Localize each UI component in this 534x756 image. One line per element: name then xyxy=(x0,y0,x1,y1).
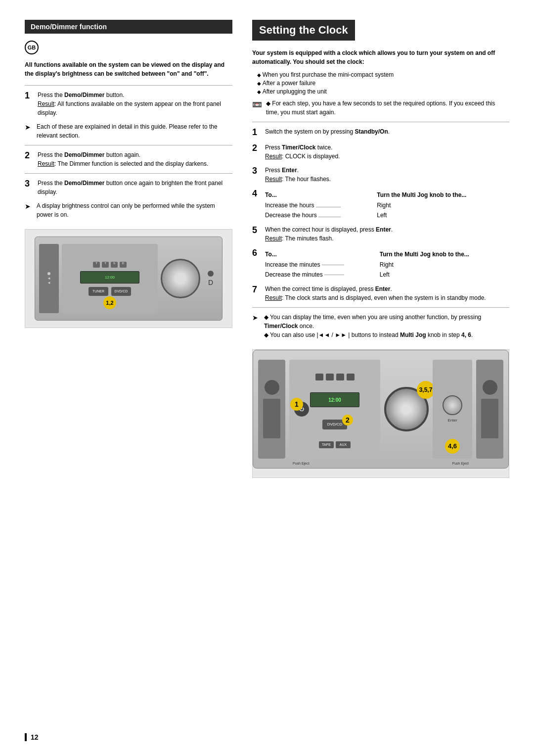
divider-2 xyxy=(25,145,232,145)
right-arrow-note-1-text: ◆ You can display the time, even when yo… xyxy=(264,313,509,339)
right-step-2: 2 Press Timer/Clock twice. Result: CLOCK… xyxy=(252,143,509,161)
step-4-direction-1: Right xyxy=(377,200,509,210)
right-step-3: 3 Press Enter. Result: The hour flashes. xyxy=(252,166,509,184)
right-column: Setting the Clock Your system is equippe… xyxy=(252,20,509,478)
step-2-number: 2 xyxy=(25,150,34,161)
step-2-bold: Demo/Dimmer xyxy=(64,151,104,158)
badge-46: 4,6 xyxy=(445,439,460,454)
bullet-3-text: After unplugging the unit xyxy=(263,88,327,95)
standby-on-bold: Standby/On xyxy=(355,128,388,135)
right-step-6: 6 To... Turn the Multi Jog knob to the..… xyxy=(252,248,509,280)
right-step-2-result-label: Result xyxy=(265,153,282,160)
push-eject-left: Push Eject xyxy=(293,462,309,465)
step-3-number: 3 xyxy=(25,179,34,189)
right-section-header-wrapper: Setting the Clock xyxy=(252,20,355,48)
right-section-header: Setting the Clock xyxy=(252,20,355,41)
right-intro: Your system is equipped with a clock whi… xyxy=(252,48,509,66)
bullet-1: When you first purchase the mini-compact… xyxy=(257,71,509,78)
step-4-row-1: Increase the hours Right xyxy=(265,200,509,210)
left-intro-text: All functions available on the system ca… xyxy=(25,60,232,78)
left-header-text: Demo/Dimmer function xyxy=(31,23,107,31)
right-step-3-content: Press Enter. Result: The hour flashes. xyxy=(265,166,509,184)
right-header-text: Setting the Clock xyxy=(259,24,348,36)
step-6-action-1: Increase the minutes xyxy=(265,260,380,270)
step-1-result-label: Result xyxy=(38,100,54,107)
step-6-table: To... Turn the Multi Jog knob to the... … xyxy=(265,250,509,280)
step-4-action-1: Increase the hours xyxy=(265,200,377,210)
arrow-note-1-text: Each of these are explained in detail in… xyxy=(37,122,232,140)
arrow-note-1: ➤ Each of these are explained in detail … xyxy=(25,122,232,140)
device-image-left: ◄◄ T T S D 12:00 xyxy=(25,229,232,328)
step-3-bold: Demo/Dimmer xyxy=(64,180,104,187)
step-6-col2-header: Turn the Multi Jog knob to the... xyxy=(380,250,509,260)
right-step-7: 7 When the correct time is displayed, pr… xyxy=(252,284,509,302)
right-step-7-content: When the correct time is displayed, pres… xyxy=(265,284,509,302)
right-step-2-number: 2 xyxy=(252,143,261,154)
right-step-2-result: Result: CLOCK is displayed. xyxy=(265,152,509,161)
note-box: 📼 ◆ For each step, you have a few second… xyxy=(252,99,509,117)
right-step-7-number: 7 xyxy=(252,284,261,295)
left-intro-content: All functions available on the system ca… xyxy=(25,61,224,77)
timer-clock-bold: Timer/Clock xyxy=(282,144,315,151)
right-step-7-result-label: Result xyxy=(265,294,282,301)
right-step-2-content: Press Timer/Clock twice. Result: CLOCK i… xyxy=(265,143,509,161)
right-arrow-symbol-1: ➤ xyxy=(252,313,260,323)
step-2-content: Press the Demo/Dimmer button again. Resu… xyxy=(38,150,232,168)
right-step-6-number: 6 xyxy=(252,248,261,259)
step-4-action-2: Decrease the hours xyxy=(265,210,377,220)
step-2-result: Result: The Dimmer function is selected … xyxy=(38,159,232,168)
right-step-4: 4 To... Turn the Multi Jog knob to the..… xyxy=(252,189,509,220)
step-4-row-2: Decrease the hours Left xyxy=(265,210,509,220)
step-4-col1-header: To... xyxy=(265,190,377,200)
right-step-1-content: Switch the system on by pressing Standby… xyxy=(265,127,509,136)
right-divider-2 xyxy=(252,307,509,308)
step-1-number: 1 xyxy=(25,91,34,101)
page-number-text: 12 xyxy=(25,733,39,741)
bullet-2: After a power failure xyxy=(257,80,509,87)
badge-357: 3,5,7 xyxy=(417,381,435,399)
gb-badge: GB xyxy=(25,41,39,54)
right-intro-text: Your system is equipped with a clock whi… xyxy=(252,49,495,65)
step-3: 3 Press the Demo/Dimmer button once agai… xyxy=(25,179,232,196)
right-step-3-result-label: Result xyxy=(265,176,282,183)
step-ref-bold: 4, 6 xyxy=(461,331,471,338)
right-step-3-number: 3 xyxy=(252,166,261,177)
divider-3 xyxy=(25,173,232,174)
note-text: ◆ For each step, you have a few seconds … xyxy=(266,99,509,117)
step-2: 2 Press the Demo/Dimmer button again. Re… xyxy=(25,150,232,168)
step-2-result-label: Result xyxy=(38,160,54,167)
badge-2: 2 xyxy=(342,415,353,425)
right-step-5: 5 When the correct hour is displayed, pr… xyxy=(252,225,509,243)
bullet-3: After unplugging the unit xyxy=(257,88,509,95)
arrow-symbol-1: ➤ xyxy=(25,122,33,133)
step-4-direction-2: Left xyxy=(377,210,509,220)
gb-label: GB xyxy=(28,45,36,50)
right-step-5-number: 5 xyxy=(252,225,261,236)
step-6-direction-1: Right xyxy=(380,260,509,270)
right-arrow-note-1: ➤ ◆ You can display the time, even when … xyxy=(252,313,509,339)
arrow-symbol-2: ➤ xyxy=(25,201,33,212)
badge-1: 1 xyxy=(290,398,303,411)
device-image-right: ⏻ 1 12:00 xyxy=(252,349,509,478)
enter-bold-5: Enter xyxy=(376,226,391,233)
enter-bold-3: Enter xyxy=(282,167,297,174)
right-step-4-number: 4 xyxy=(252,189,261,199)
bullet-1-text: When you first purchase the mini-compact… xyxy=(263,71,394,78)
right-step-1-number: 1 xyxy=(252,127,261,138)
bullet-list: When you first purchase the mini-compact… xyxy=(257,71,509,95)
right-step-3-result: Result: The hour flashes. xyxy=(265,175,509,184)
bullet-2-text: After a power failure xyxy=(263,80,315,87)
right-step-5-result-label: Result xyxy=(265,235,282,242)
note-text-content: For each step, you have a few seconds to… xyxy=(266,100,495,116)
divider-1 xyxy=(25,85,232,86)
step-1-result: Result: All functions available on the s… xyxy=(38,99,232,117)
step-4-header-row: To... Turn the Multi Jog knob to the... xyxy=(265,190,509,200)
page-layout: Demo/Dimmer function GB All functions av… xyxy=(25,20,509,478)
right-step-1: 1 Switch the system on by pressing Stand… xyxy=(252,127,509,138)
step-4-col2-header: Turn the Multi Jog knob to the... xyxy=(377,190,509,200)
step-1-content: Press the Demo/Dimmer button. Result: Al… xyxy=(38,91,232,117)
push-eject-right: Push Eject xyxy=(452,462,469,465)
right-step-7-result: Result: The clock starts and is displaye… xyxy=(265,293,509,302)
arrow-note-2: ➤ A display brightness control can only … xyxy=(25,201,232,219)
step-4-table: To... Turn the Multi Jog knob to the... … xyxy=(265,190,509,220)
